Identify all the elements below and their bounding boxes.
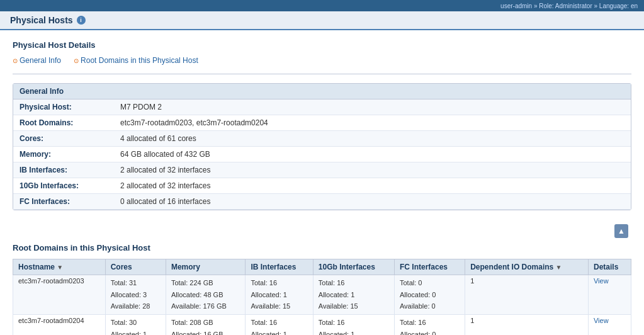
ib-interfaces-cell: Total: 16Allocated: 1Available: 15: [246, 315, 313, 335]
info-label: IB Interfaces:: [13, 162, 114, 178]
info-row: Memory: 64 GB allocated of 432 GB: [13, 147, 631, 162]
info-label: Root Domains:: [13, 115, 114, 131]
column-header: IB Interfaces: [246, 259, 313, 275]
general-info-table: Physical Host: M7 PDOM 2 Root Domains: e…: [13, 99, 631, 210]
top-bar: user-admin » Role: Administrator » Langu…: [0, 0, 644, 11]
details-cell: View: [588, 315, 631, 335]
general-info-section: General Info Physical Host: M7 PDOM 2 Ro…: [13, 83, 631, 210]
column-header[interactable]: Hostname ▼: [13, 259, 106, 275]
info-label: 10Gb Interfaces:: [13, 178, 114, 194]
info-row: IB Interfaces: 2 allocated of 32 interfa…: [13, 162, 631, 178]
hostname-cell: etc3m7-rootadm0203: [13, 275, 106, 315]
nav-link-root-domains[interactable]: ⊙ Root Domains in this Physical Host: [74, 56, 198, 65]
table-row: etc3m7-rootadm0203Total: 31Allocated: 3A…: [13, 275, 631, 315]
memory-cell: Total: 224 GBAllocated: 48 GBAvailable: …: [166, 275, 246, 315]
info-row: Root Domains: etc3m7-rootadm0203, etc3m7…: [13, 115, 631, 131]
table-row: etc3m7-rootadm0204Total: 30Allocated: 1A…: [13, 315, 631, 335]
nav-link-general-info[interactable]: ⊙ General Info: [13, 56, 61, 65]
details-cell: View: [588, 275, 631, 315]
view-link[interactable]: View: [594, 277, 609, 285]
dependent-io-cell: 1: [465, 315, 589, 335]
hostname-cell: etc3m7-rootadm0204: [13, 315, 106, 335]
info-label: Physical Host:: [13, 99, 114, 115]
info-value: etc3m7-rootadm0203, etc3m7-rootadm0204: [114, 115, 631, 131]
page-header: Physical Hosts i: [0, 11, 644, 30]
sort-arrow-icon: ▼: [556, 264, 562, 271]
info-value: 64 GB allocated of 432 GB: [114, 147, 631, 162]
memory-cell: Total: 208 GBAllocated: 16 GBAvailable: …: [166, 315, 246, 335]
root-domains-table: Hostname ▼CoresMemoryIB Interfaces10Gb I…: [13, 259, 631, 335]
sort-arrow-icon: ▼: [57, 264, 63, 271]
info-row: Physical Host: M7 PDOM 2: [13, 99, 631, 115]
info-row: Cores: 4 allocated of 61 cores: [13, 131, 631, 147]
ib-interfaces-cell: Total: 16Allocated: 1Available: 15: [246, 275, 313, 315]
nav-arrow-1: ⊙: [13, 57, 18, 64]
column-header[interactable]: Dependent IO Domains ▼: [465, 259, 589, 275]
view-link[interactable]: View: [594, 317, 609, 324]
gb10-interfaces-cell: Total: 16Allocated: 1Available: 15: [313, 315, 394, 335]
divider-1: [13, 74, 631, 74]
nav-arrow-2: ⊙: [74, 57, 79, 64]
root-domains-heading: Root Domains in this Physical Host: [13, 243, 631, 253]
page-title: Physical Hosts: [10, 15, 73, 25]
user-info: user-admin » Role: Administrator » Langu…: [500, 3, 638, 9]
column-header: 10Gb Interfaces: [313, 259, 394, 275]
info-row: FC Interfaces: 0 allocated of 16 interfa…: [13, 194, 631, 210]
fc-interfaces-cell: Total: 0Allocated: 0Available: 0: [394, 275, 465, 315]
info-value: M7 PDOM 2: [114, 99, 631, 115]
column-header: Details: [588, 259, 631, 275]
info-value: 2 allocated of 32 interfaces: [114, 178, 631, 194]
scroll-top-button[interactable]: ▲: [614, 224, 628, 238]
info-label: Memory:: [13, 147, 114, 162]
info-row: 10Gb Interfaces: 2 allocated of 32 inter…: [13, 178, 631, 194]
column-header: Cores: [105, 259, 166, 275]
column-header: FC Interfaces: [394, 259, 465, 275]
page-section-title: Physical Host Details: [13, 40, 631, 50]
info-icon[interactable]: i: [77, 16, 86, 25]
general-info-heading: General Info: [13, 84, 631, 99]
fc-interfaces-cell: Total: 16Allocated: 0Available: 16: [394, 315, 465, 335]
cores-cell: Total: 30Allocated: 1Available: 29: [105, 315, 166, 335]
info-value: 4 allocated of 61 cores: [114, 131, 631, 147]
info-value: 0 allocated of 16 interfaces: [114, 194, 631, 210]
info-label: Cores:: [13, 131, 114, 147]
info-label: FC Interfaces:: [13, 194, 114, 210]
gb10-interfaces-cell: Total: 16Allocated: 1Available: 15: [313, 275, 394, 315]
cores-cell: Total: 31Allocated: 3Available: 28: [105, 275, 166, 315]
nav-links: ⊙ General Info ⊙ Root Domains in this Ph…: [13, 56, 631, 65]
info-value: 2 allocated of 32 interfaces: [114, 162, 631, 178]
dependent-io-cell: 1: [465, 275, 589, 315]
column-header: Memory: [166, 259, 246, 275]
content-area: Physical Host Details ⊙ General Info ⊙ R…: [0, 30, 644, 335]
